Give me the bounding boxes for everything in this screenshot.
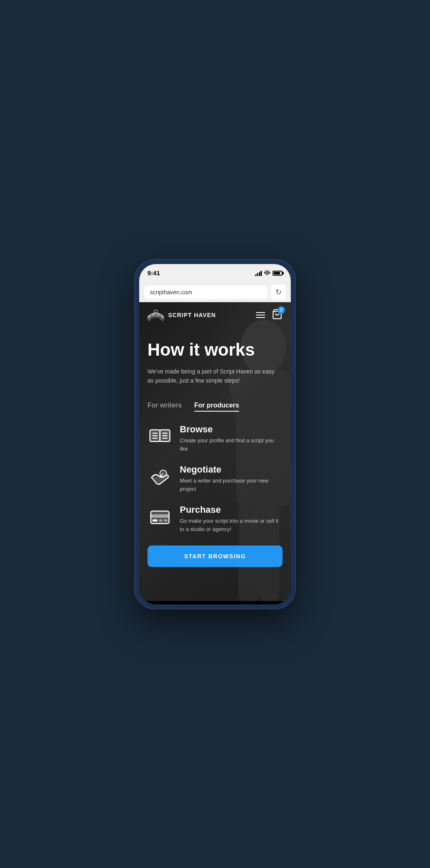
hero-title: How it works — [147, 340, 283, 359]
step-negotiate-desc: Meet a writer and purchase your new proj… — [180, 477, 279, 493]
url-field[interactable]: scripthaven.com — [144, 286, 268, 299]
browse-icon — [147, 424, 172, 449]
refresh-icon: ↻ — [275, 288, 282, 297]
url-text: scripthaven.com — [150, 289, 192, 296]
tab-writers[interactable]: For writers — [147, 402, 182, 412]
step-negotiate-title: Negotiate — [180, 464, 279, 475]
step-purchase-text: Purchase Go make your script into a movi… — [180, 504, 279, 533]
wifi-icon — [264, 270, 271, 276]
status-time: 9:41 — [147, 269, 160, 276]
nav-right: 2 — [256, 309, 283, 321]
step-purchase-title: Purchase — [180, 504, 279, 515]
navigation: SCRIPT HAVEN — [139, 302, 291, 328]
logo: SCRIPT HAVEN — [147, 309, 216, 321]
svg-rect-21 — [164, 519, 167, 521]
main-content: SCRIPT HAVEN — [139, 302, 291, 601]
signal-icon — [255, 270, 262, 276]
svg-rect-18 — [151, 514, 169, 518]
step-negotiate-text: Negotiate Meet a writer and purchase you… — [180, 464, 279, 493]
hero-subtitle: We've made being a part of Script Haven … — [147, 367, 280, 386]
step-browse-text: Browse Create your profile and find a sc… — [180, 424, 279, 453]
step-purchase-desc: Go make your script into a movie or sell… — [180, 517, 279, 533]
tabs-container: For writers For producers — [139, 393, 291, 416]
negotiate-icon — [147, 464, 172, 489]
steps-list: Browse Create your profile and find a sc… — [139, 416, 291, 541]
phone-screen: 9:41 — [139, 264, 291, 604]
purchase-icon — [147, 504, 172, 529]
status-bar: 9:41 — [139, 264, 291, 282]
step-browse: Browse Create your profile and find a sc… — [147, 424, 283, 453]
step-purchase: Purchase Go make your script into a movi… — [147, 504, 283, 533]
cart-button[interactable]: 2 — [272, 309, 283, 321]
phone-frame: 9:41 — [134, 259, 296, 609]
address-bar: scripthaven.com ↻ — [139, 282, 291, 302]
content-overlay: SCRIPT HAVEN — [139, 302, 291, 567]
step-browse-desc: Create your profile and find a script yo… — [180, 436, 279, 453]
refresh-button[interactable]: ↻ — [271, 285, 286, 300]
tab-producers[interactable]: For producers — [194, 402, 239, 412]
cart-badge: 2 — [278, 306, 285, 314]
battery-icon — [273, 271, 283, 276]
svg-rect-19 — [152, 519, 157, 521]
step-browse-title: Browse — [180, 424, 279, 435]
logo-icon — [147, 309, 164, 321]
step-negotiate: Negotiate Meet a writer and purchase you… — [147, 464, 283, 493]
start-browsing-button[interactable]: START BROWSING — [147, 546, 283, 567]
menu-button[interactable] — [256, 312, 265, 318]
logo-text: SCRIPT HAVEN — [168, 312, 216, 318]
svg-rect-20 — [159, 519, 162, 521]
hero-section: How it works We've made being a part of … — [139, 328, 291, 394]
status-icons — [255, 270, 283, 276]
